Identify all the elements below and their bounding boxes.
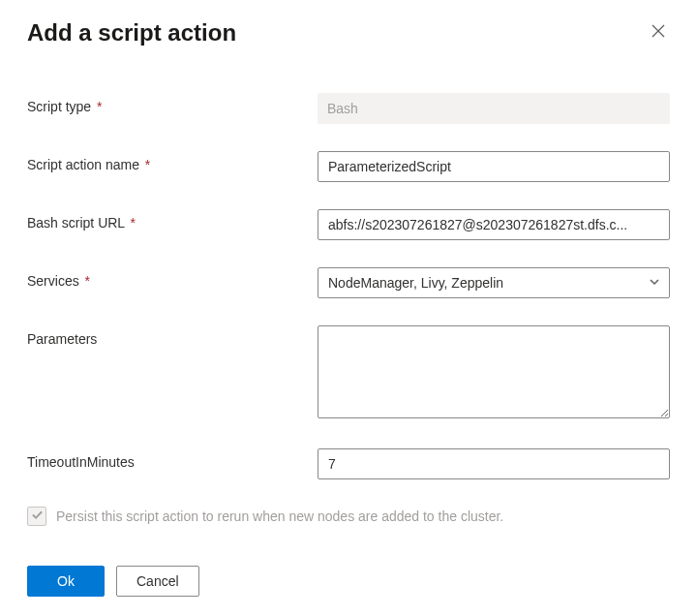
services-select[interactable]: NodeManager, Livy, Zeppelin: [318, 267, 670, 298]
close-icon: [651, 25, 666, 42]
form-body: Script type * Bash Script action name * …: [27, 93, 670, 558]
add-script-action-panel: Add a script action Script type * Bash S…: [0, 0, 697, 616]
panel-footer: Ok Cancel: [27, 558, 670, 597]
script-type-readonly: Bash: [318, 93, 670, 124]
control-script-type: Bash: [318, 93, 670, 124]
control-script-action-name: [318, 151, 670, 182]
panel-title: Add a script action: [27, 19, 236, 46]
row-parameters: Parameters: [27, 325, 670, 421]
persist-label: Persist this script action to rerun when…: [56, 508, 503, 524]
label-parameters: Parameters: [27, 325, 318, 347]
label-script-type: Script type *: [27, 93, 318, 114]
panel-header: Add a script action: [27, 19, 670, 46]
row-persist: Persist this script action to rerun when…: [27, 507, 670, 526]
row-script-action-name: Script action name *: [27, 151, 670, 182]
row-services: Services * NodeManager, Livy, Zeppelin: [27, 267, 670, 298]
label-bash-script-url: Bash script URL *: [27, 209, 318, 231]
close-button[interactable]: [647, 19, 670, 46]
parameters-textarea[interactable]: [318, 325, 670, 418]
control-parameters: [318, 325, 670, 421]
control-timeout: [318, 448, 670, 479]
check-icon: [31, 508, 44, 524]
row-bash-script-url: Bash script URL *: [27, 209, 670, 240]
persist-checkbox: [27, 507, 46, 526]
services-select-display: NodeManager, Livy, Zeppelin: [318, 267, 670, 298]
script-action-name-input[interactable]: [318, 151, 670, 182]
label-services: Services *: [27, 267, 318, 289]
label-script-action-name: Script action name *: [27, 151, 318, 172]
row-timeout: TimeoutInMinutes: [27, 448, 670, 479]
cancel-button[interactable]: Cancel: [116, 566, 199, 597]
control-bash-script-url: [318, 209, 670, 240]
bash-script-url-input[interactable]: [318, 209, 670, 240]
row-script-type: Script type * Bash: [27, 93, 670, 124]
label-timeout: TimeoutInMinutes: [27, 448, 318, 470]
control-services: NodeManager, Livy, Zeppelin: [318, 267, 670, 298]
ok-button[interactable]: Ok: [27, 566, 105, 597]
timeout-input[interactable]: [318, 448, 670, 479]
